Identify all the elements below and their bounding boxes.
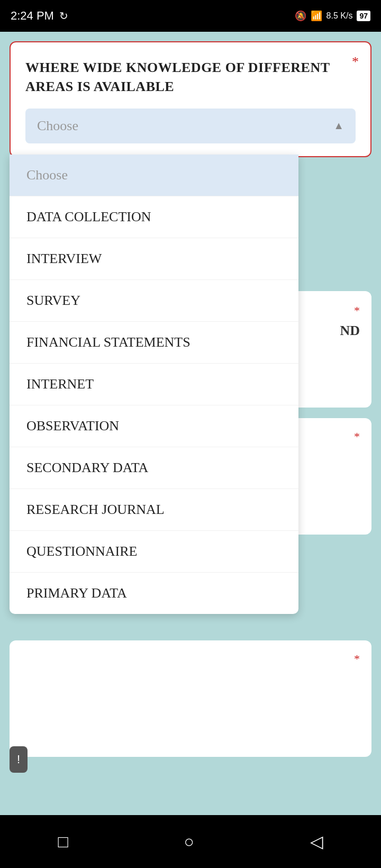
status-right: 🔕 📶 8.5 K/s 97 [295,10,370,22]
nav-circle-icon[interactable]: ○ [184,832,194,852]
dropdown-option-research-journal[interactable]: RESEARCH JOURNAL [10,489,298,531]
wifi-icon: 📶 [311,10,322,22]
feedback-icon: ! [17,753,20,766]
dropdown-option-primary-data[interactable]: PRIMARY DATA [10,573,298,614]
dropdown-option-observation[interactable]: OBSERVATION [10,405,298,447]
dropdown-arrow-icon: ▲ [333,120,344,132]
dropdown-option-internet[interactable]: INTERNET [10,364,298,405]
behind-card-1-text: ND [340,323,360,338]
required-star: * [352,54,359,70]
nav-bar: □ ○ ◁ [0,815,381,868]
behind-card-1-required: * [354,304,360,317]
question-text: WHERE WIDE KNOWLEDGE OF DIFFERENT AREAS … [25,58,356,97]
feedback-button[interactable]: ! [10,746,28,773]
dropdown-option-interview[interactable]: INTERVIEW [10,238,298,280]
mute-icon: 🔕 [295,10,306,22]
status-bar: 2:24 PM ↻ 🔕 📶 8.5 K/s 97 [0,0,381,32]
signal-text: 8.5 K/s [326,11,353,21]
question-card: * WHERE WIDE KNOWLEDGE OF DIFFERENT AREA… [10,41,371,157]
behind-card-2-required: * [354,430,360,444]
behind-card-3: * [10,640,371,757]
behind-card-3-required: * [354,652,360,666]
dropdown-option-secondary-data[interactable]: SECONDARY DATA [10,447,298,489]
dropdown-placeholder: Choose [37,118,78,134]
dropdown-option-survey[interactable]: SURVEY [10,280,298,322]
dropdown-trigger[interactable]: Choose ▲ [25,108,356,143]
nav-square-icon[interactable]: □ [58,832,68,852]
nav-back-icon[interactable]: ◁ [310,831,323,852]
dropdown-option-questionnaire[interactable]: QUESTIONNAIRE [10,531,298,573]
dropdown-menu: Choose DATA COLLECTION INTERVIEW SURVEY … [10,155,298,614]
dropdown-option-choose[interactable]: Choose [10,155,298,196]
status-left: 2:24 PM ↻ [11,9,68,23]
dropdown-option-financial-statements[interactable]: FINANCIAL STATEMENTS [10,322,298,364]
dropdown-option-data-collection[interactable]: DATA COLLECTION [10,196,298,238]
sync-icon: ↻ [59,10,68,22]
battery-level: 97 [357,11,370,21]
time-display: 2:24 PM [11,9,54,23]
content-area: * ND * * * WHERE WIDE KNOWLEDGE OF DIFFE… [0,32,381,836]
